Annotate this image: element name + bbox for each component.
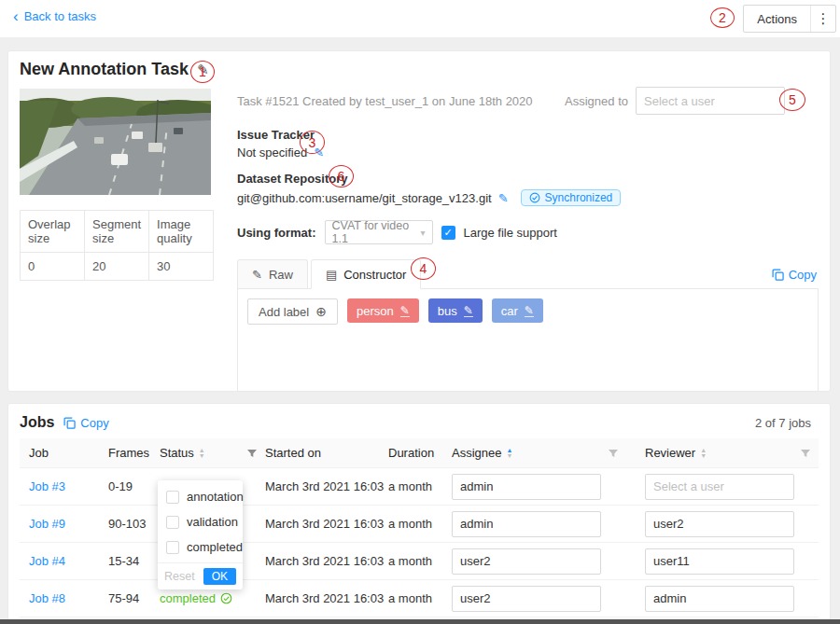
window-bottom-edge [0, 619, 840, 624]
job-link[interactable]: Job #4 [29, 554, 65, 568]
status-badge: completed [160, 591, 265, 605]
filter-assignee-icon[interactable] [608, 448, 619, 459]
task-title-row: New Annotation Task ✎ [20, 60, 209, 79]
label-chip-car-name: car [501, 304, 518, 318]
duration-cell: a month [388, 479, 452, 493]
edit-label-icon[interactable]: ✎ [525, 305, 534, 317]
format-select[interactable]: CVAT for video 1.1 ▾ [325, 220, 433, 244]
add-label-button[interactable]: Add label ⊕ [247, 298, 338, 325]
more-options-icon[interactable]: ⋮ [811, 10, 835, 27]
filter-status-icon[interactable] [246, 448, 258, 459]
sort-status[interactable]: ▲ ▼ [199, 448, 205, 459]
reviewer-input[interactable] [645, 586, 794, 612]
edit-label-icon[interactable]: ✎ [400, 305, 410, 317]
copy-labels-label: Copy [789, 268, 817, 282]
tab-constructor[interactable]: ▤ Constructor [311, 259, 422, 289]
jobs-title: Jobs [20, 414, 54, 431]
filter-option-completed[interactable]: completed [158, 534, 243, 560]
checkbox-icon[interactable] [166, 491, 179, 504]
column-frames-label: Frames [108, 446, 149, 460]
dataset-repository-section: Dataset Repository git@github.com:userna… [237, 172, 819, 206]
jobs-count: 2 of 7 jobs [755, 416, 811, 430]
reviewer-input[interactable] [645, 548, 794, 575]
started-cell: March 3rd 2021 16:03 [265, 591, 388, 605]
copy-jobs-label: Copy [80, 416, 108, 430]
caret-down-icon: ▼ [700, 453, 707, 459]
param-value-segment: 20 [85, 253, 149, 281]
column-assignee[interactable]: Assignee ▲ ▼ [452, 446, 626, 460]
callout-3: 3 [300, 131, 325, 154]
column-status[interactable]: Status ▲ ▼ [160, 446, 265, 460]
column-duration-label: Duration [388, 446, 434, 460]
filter-option-validation[interactable]: validation [158, 509, 243, 534]
assigned-to-input[interactable] [636, 87, 785, 115]
task-meta-row: Task #1521 Created by test_user_1 on Jun… [237, 87, 819, 115]
checkbox-icon[interactable] [166, 516, 179, 529]
table-row-job9: Job #9 90-103 March 3rd 2021 16:03 a mon… [20, 506, 819, 543]
large-file-support-label: Large file support [464, 226, 557, 240]
assignee-input[interactable] [452, 586, 601, 612]
filter-ok-button[interactable]: OK [203, 568, 236, 585]
assigned-to-label: Assigned to [565, 94, 628, 108]
copy-labels-link[interactable]: Copy [772, 268, 817, 282]
column-job: Job [20, 446, 108, 460]
param-value-overlap: 0 [21, 253, 85, 281]
caret-down-icon: ▼ [506, 453, 512, 459]
reviewer-input[interactable] [645, 474, 794, 500]
job-link[interactable]: Job #3 [29, 479, 65, 493]
filter-option-completed-label: completed [187, 540, 243, 554]
back-to-tasks-link[interactable]: ‹ Back to tasks [13, 9, 96, 23]
param-header-segment: Segment size [85, 211, 149, 253]
repository-url[interactable]: git@github.com:username/git_storage_v123… [237, 191, 492, 205]
actions-button[interactable]: Actions ⋮ [743, 5, 836, 33]
callout-6: 6 [329, 165, 354, 187]
tab-raw[interactable]: ✎ Raw [237, 259, 308, 288]
frames-cell: 0-19 [108, 479, 160, 493]
back-to-tasks-label: Back to tasks [24, 9, 96, 23]
copy-icon [63, 417, 76, 429]
filter-reviewer-icon[interactable] [800, 448, 811, 459]
constructor-panel: Add label ⊕ person ✎ bus ✎ car ✎ [237, 289, 819, 392]
filter-option-annotation[interactable]: annotation [158, 484, 243, 509]
reviewer-input[interactable] [645, 511, 794, 537]
task-details-card: New Annotation Task ✎ Overla [7, 50, 831, 392]
task-title: New Annotation Task [20, 60, 189, 79]
assignee-input[interactable] [452, 474, 601, 500]
param-value-quality: 30 [149, 253, 214, 281]
filter-footer: Reset OK [158, 562, 243, 589]
format-select-value: CVAT for video 1.1 [332, 219, 421, 245]
large-file-support-checkbox[interactable]: ✓ [441, 226, 455, 240]
label-chip-bus[interactable]: bus ✎ [428, 298, 483, 323]
column-reviewer[interactable]: Reviewer ▲ ▼ [626, 446, 819, 460]
status-completed-label: completed [160, 591, 216, 605]
copy-icon [772, 269, 784, 281]
frames-cell: 15-34 [108, 554, 160, 568]
checkbox-icon[interactable] [166, 541, 179, 554]
label-chip-car[interactable]: car ✎ [492, 298, 543, 323]
column-status-label: Status [160, 446, 194, 460]
assignee-input[interactable] [452, 511, 601, 537]
sort-assignee[interactable]: ▲ ▼ [506, 448, 512, 459]
task-preview-image [20, 89, 211, 195]
started-cell: March 3rd 2021 16:03 [265, 479, 388, 493]
copy-jobs-link[interactable]: Copy [63, 416, 108, 430]
jobs-header: Jobs Copy 2 of 7 jobs [8, 404, 830, 438]
caret-down-icon: ▼ [199, 453, 205, 459]
column-started: Started on [265, 446, 388, 460]
label-chip-person[interactable]: person ✎ [347, 298, 419, 323]
edit-label-icon[interactable]: ✎ [464, 305, 473, 317]
frames-cell: 75-94 [108, 591, 160, 605]
filter-reset-button[interactable]: Reset [164, 570, 195, 583]
edit-repository-icon[interactable]: ✎ [498, 191, 509, 205]
param-header-overlap: Overlap size [21, 211, 85, 253]
duration-cell: a month [388, 517, 452, 531]
job-link[interactable]: Job #9 [29, 517, 65, 531]
column-reviewer-label: Reviewer [645, 446, 695, 460]
frames-cell: 90-103 [108, 517, 160, 531]
plus-circle-icon: ⊕ [315, 304, 327, 319]
label-chip-bus-name: bus [438, 304, 457, 318]
job-link[interactable]: Job #8 [29, 591, 65, 605]
sync-check-icon [529, 192, 540, 203]
sort-reviewer[interactable]: ▲ ▼ [700, 448, 707, 459]
assignee-input[interactable] [452, 548, 601, 575]
